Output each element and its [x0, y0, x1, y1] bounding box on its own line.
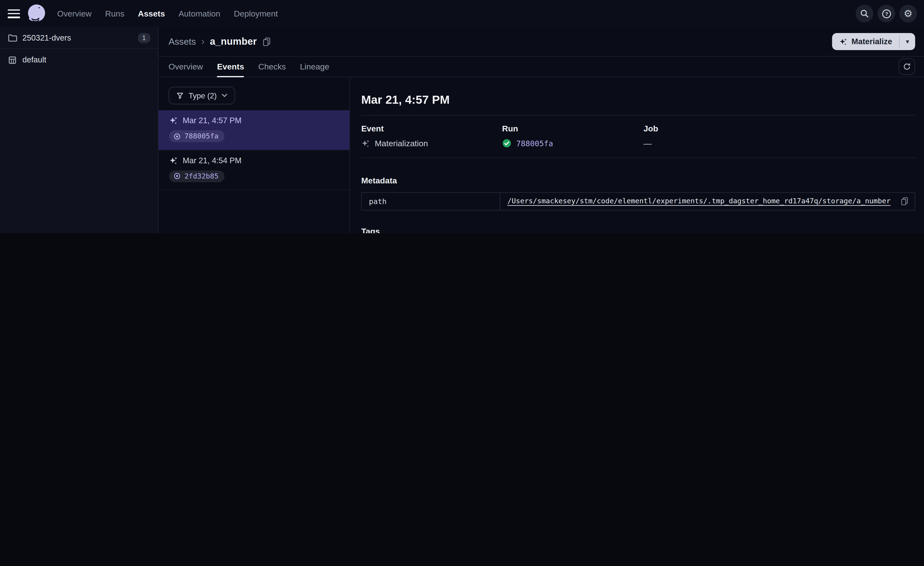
event-summary-row: Event Materialization Run [361, 124, 915, 148]
run-status-icon [173, 132, 181, 140]
breadcrumb-separator-icon: › [201, 36, 205, 47]
sparkle-icon [839, 38, 847, 46]
gear-icon: ⚙ [904, 9, 913, 18]
caret-down-icon: ▾ [906, 38, 909, 45]
event-type-filter-button[interactable]: Type (2) [168, 87, 235, 104]
refresh-button[interactable] [899, 58, 915, 75]
materialize-button[interactable]: Materialize [832, 33, 899, 50]
asset-page: Assets › a_number Materi [159, 27, 924, 233]
nav-item-overview[interactable]: Overview [57, 9, 92, 18]
event-time: Mar 21, 4:57 PM [183, 116, 242, 125]
nav-item-automation[interactable]: Automation [178, 9, 220, 18]
metadata-key: path [362, 193, 500, 210]
help-icon: ? [881, 9, 891, 18]
copy-path-button[interactable] [900, 197, 909, 205]
filter-label: Type (2) [189, 91, 217, 100]
materialize-label: Materialize [851, 37, 892, 46]
event-list-item[interactable]: Mar 21, 4:57 PM 788005fa [159, 110, 350, 150]
tab-events[interactable]: Events [217, 57, 244, 77]
asset-group-icon [8, 55, 17, 65]
divider [361, 115, 915, 115]
top-nav: Overview Runs Assets Automation Deployme… [0, 0, 924, 27]
divider [361, 157, 915, 158]
settings-button[interactable]: ⚙ [899, 5, 917, 23]
group-name: default [22, 56, 46, 64]
job-value: — [644, 138, 652, 148]
event-list-item[interactable]: Mar 21, 4:54 PM 2fd32b85 [159, 150, 350, 190]
metadata-path-link[interactable]: /Users/smackesey/stm/code/elementl/exper… [507, 197, 891, 205]
sync-icon [903, 62, 911, 71]
tab-overview[interactable]: Overview [168, 57, 203, 77]
asset-count-badge: 1 [138, 33, 150, 43]
copy-icon [900, 197, 909, 205]
tab-lineage[interactable]: Lineage [300, 57, 329, 77]
help-button[interactable]: ? [878, 5, 895, 23]
run-id-link[interactable]: 788005fa [516, 139, 553, 148]
primary-nav: Overview Runs Assets Automation Deployme… [57, 9, 278, 18]
run-label: Run [502, 124, 644, 133]
event-label: Event [361, 124, 502, 133]
event-time: Mar 21, 4:54 PM [183, 156, 242, 165]
sidebar-item-code-location[interactable]: 250321-dvers 1 [0, 27, 158, 49]
sidebar-item-group[interactable]: default [0, 49, 158, 71]
top-nav-actions: ? ⚙ [855, 5, 924, 23]
metadata-table: path /Users/smackesey/stm/code/elementl/… [361, 192, 915, 210]
chevron-down-icon [221, 94, 227, 98]
nav-item-deployment[interactable]: Deployment [234, 9, 278, 18]
metadata-row: path /Users/smackesey/stm/code/elementl/… [362, 193, 915, 210]
job-label: Job [644, 124, 915, 133]
asset-catalog-sidebar: 250321-dvers 1 default [0, 27, 159, 233]
search-icon [860, 9, 869, 18]
materialization-sparkle-icon [169, 156, 178, 165]
status-success-icon [502, 138, 512, 148]
code-location-name: 250321-dvers [22, 33, 71, 42]
svg-text:?: ? [885, 11, 888, 17]
tab-checks[interactable]: Checks [258, 57, 286, 77]
breadcrumb-root-link[interactable]: Assets [168, 36, 196, 47]
run-id-badge[interactable]: 2fd32b85 [169, 170, 225, 182]
materialize-dropdown-caret[interactable]: ▾ [900, 33, 915, 50]
hamburger-menu-button[interactable] [8, 9, 20, 18]
event-detail-title: Mar 21, 4:57 PM [361, 93, 915, 107]
materialization-icon [361, 139, 370, 148]
nav-item-runs[interactable]: Runs [105, 9, 124, 18]
dagster-asset-events-page: Overview Runs Assets Automation Deployme… [0, 0, 924, 233]
event-type-value: Materialization [375, 138, 428, 148]
tags-heading: Tags [361, 226, 915, 233]
dagster-logo-icon [26, 3, 47, 24]
materialize-split-button: Materialize ▾ [832, 33, 915, 50]
metadata-heading: Metadata [361, 176, 915, 185]
materialization-sparkle-icon [169, 116, 178, 125]
event-list-panel: Type (2) Mar 21, 4:57 PM [159, 78, 350, 233]
breadcrumb: Assets › a_number [168, 36, 271, 47]
copy-icon [262, 37, 271, 46]
asset-tabs: Overview Events Checks Lineage [159, 57, 924, 77]
page-title: a_number [210, 36, 257, 47]
dagster-logo[interactable] [26, 3, 47, 24]
filter-icon [176, 92, 184, 99]
run-id-badge[interactable]: 788005fa [169, 130, 225, 142]
event-detail-panel: Mar 21, 4:57 PM Event Materialization [350, 78, 924, 233]
folder-icon [8, 33, 17, 42]
search-button[interactable] [855, 5, 873, 23]
nav-item-assets[interactable]: Assets [138, 9, 165, 18]
copy-asset-name-button[interactable] [262, 37, 271, 46]
run-status-icon [173, 172, 181, 180]
asset-page-header: Assets › a_number Materi [159, 27, 924, 57]
